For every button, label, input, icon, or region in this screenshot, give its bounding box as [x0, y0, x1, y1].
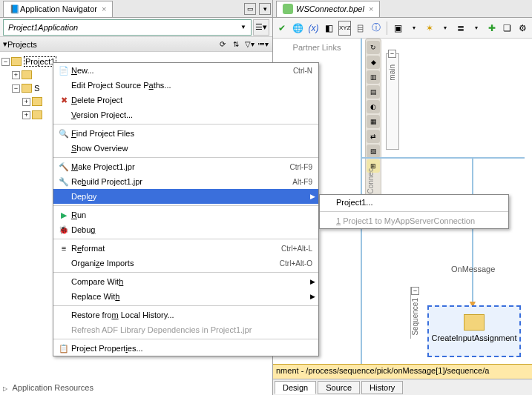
projects-header[interactable]: ▾ Projects ⟳ ⇅ ▽▾ ≔▾ — [0, 37, 272, 52]
tab-source[interactable]: Source — [318, 381, 360, 394]
folder-icon — [32, 110, 42, 119]
filter-icon[interactable]: ▽▾ — [243, 39, 255, 50]
app-dropdown[interactable]: Project1Application ▼ — [3, 19, 252, 36]
star-icon[interactable]: ✶ — [423, 21, 436, 36]
close-icon[interactable]: × — [369, 4, 373, 13]
variable-icon[interactable]: (x) — [307, 21, 320, 36]
menu-rebuild[interactable]: 🔧Rebuild Project1.jprAlt-F9 — [53, 174, 318, 189]
submenu-arrow-icon: ▶ — [310, 193, 315, 200]
menu-edit-source-paths[interactable]: Edit Project Source Paths... — [53, 78, 318, 93]
xyz-icon[interactable]: XYZ — [338, 21, 352, 36]
breadcrumb[interactable]: nment - /process/sequence/pick/onMessage… — [273, 364, 532, 379]
make-icon: 🔨 — [56, 162, 71, 172]
collapse-icon[interactable]: − — [12, 84, 20, 93]
palette-item[interactable]: ▧ — [367, 145, 380, 158]
options-icon[interactable]: ≔▾ — [257, 39, 269, 50]
minimize-icon[interactable]: ▭ — [244, 3, 256, 15]
submenu-project1[interactable]: Project1... — [320, 195, 508, 210]
gear-icon[interactable]: ⚙ — [516, 21, 529, 36]
collapse-icon[interactable]: − — [388, 50, 396, 58]
app-selector-bar: Project1Application ▼ ☰▾ — [0, 18, 272, 37]
menu-new[interactable]: 📄New...Ctrl-N — [53, 63, 318, 78]
tab-app-navigator[interactable]: 📘 Application Navigator × — [3, 1, 113, 17]
tab-design[interactable]: Design — [275, 381, 316, 394]
collapse-icon[interactable]: − — [1, 58, 10, 66]
info-icon[interactable]: ⓘ — [370, 21, 382, 36]
palette-item[interactable]: ▤ — [367, 85, 380, 99]
menu-compare-with[interactable]: Compare With▶ — [53, 274, 318, 289]
debug-icon: 🐞 — [56, 225, 71, 235]
tree-root-label: Project1 — [24, 56, 56, 67]
breadcrumb-text: nment - /process/sequence/pick/onMessage… — [276, 366, 489, 375]
palette-item[interactable]: ◐ — [367, 100, 380, 113]
project-icon — [11, 57, 22, 66]
menu-reformat[interactable]: ≡ReformatCtrl+Alt-L — [53, 241, 318, 256]
chevron-down-icon[interactable]: ▾ — [470, 21, 482, 36]
menu-make[interactable]: 🔨Make Project1.jprCtrl-F9 — [53, 159, 318, 174]
projects-label: Projects — [7, 40, 216, 49]
chevron-down-icon[interactable]: ▾ — [439, 21, 451, 36]
tab-wsconnector[interactable]: WSConnector.bpel × — [276, 1, 380, 17]
app-dropdown-value: Project1Application — [8, 23, 78, 32]
menu-replace-with[interactable]: Replace With▶ — [53, 289, 318, 304]
menu-find-project-files[interactable]: 🔍Find Project Files — [53, 126, 318, 141]
flow-line — [362, 157, 525, 159]
menu-version-project[interactable]: Version Project... — [53, 107, 318, 122]
reformat-icon: ≡ — [56, 244, 71, 253]
refresh-icon[interactable]: ⟳ — [217, 39, 229, 50]
menu-deploy[interactable]: Deploy▶ — [53, 189, 318, 204]
collapse-icon[interactable]: − — [411, 287, 419, 295]
menu-show-overview[interactable]: Show Overview — [53, 141, 318, 156]
doc-icon[interactable]: ≣ — [454, 21, 467, 36]
sequence-label: Sequence1 — [411, 298, 419, 336]
tree-icon[interactable]: ⇅ — [230, 39, 242, 50]
left-tab-row: 📘 Application Navigator × ▭ ▾ — [0, 0, 272, 18]
palette-item[interactable]: ◆ — [367, 56, 380, 69]
expand-icon[interactable]: + — [12, 71, 20, 79]
menu-restore-history[interactable]: Restore from Local History... — [53, 308, 318, 322]
close-icon[interactable]: × — [102, 4, 106, 13]
folder-icon — [32, 97, 42, 106]
menu-organize-imports[interactable]: Organize ImportsCtrl+Alt-O — [53, 256, 318, 270]
palette-item[interactable]: ▥ — [367, 70, 380, 84]
globe-icon[interactable]: 🌐 — [292, 21, 304, 36]
submenu-arrow-icon: ▶ — [310, 293, 315, 300]
tab-history[interactable]: History — [361, 381, 403, 394]
dropdown-icon[interactable]: ▾ — [259, 3, 271, 15]
search-icon: 🔍 — [56, 129, 71, 139]
menu-debug[interactable]: 🐞Debug — [53, 222, 318, 237]
menu-run[interactable]: ▶Run — [53, 208, 318, 222]
sequence-strip[interactable]: − Sequence1 — [410, 287, 421, 339]
flow-line — [472, 157, 473, 320]
layout-icon[interactable]: ▣ — [392, 21, 404, 36]
assign-activity[interactable]: CreateInputAssignment — [427, 305, 521, 357]
onmessage-label: OnMessage — [451, 265, 495, 273]
expand-icon[interactable]: + — [22, 98, 30, 106]
app-menu-button[interactable]: ☰▾ — [253, 19, 269, 36]
chevron-down-icon: ▼ — [240, 24, 246, 30]
validate-icon[interactable]: ✔ — [276, 21, 289, 36]
box-icon[interactable]: ◧ — [323, 21, 335, 36]
expand-icon[interactable]: + — [22, 111, 30, 119]
project-context-menu: 📄New...Ctrl-N Edit Project Source Paths.… — [53, 62, 319, 356]
chevron-down-icon[interactable]: ▾ — [407, 21, 420, 36]
folder-icon — [22, 70, 32, 79]
menu-project-properties[interactable]: 📋Project Properties... — [53, 341, 318, 356]
palette-item[interactable]: ⇄ — [367, 130, 380, 143]
main-label: main — [388, 64, 396, 81]
tab-label: Application Navigator — [20, 4, 97, 13]
menu-delete-project[interactable]: ✖Delete Project — [53, 93, 318, 107]
palette-item[interactable]: ↻ — [367, 41, 380, 54]
editor-tab-label: WSConnector.bpel — [296, 4, 364, 13]
expand-icon: ▷ — [3, 385, 7, 392]
rebuild-icon: 🔧 — [56, 177, 71, 187]
add-icon[interactable]: ✚ — [485, 21, 498, 36]
properties-icon: 📋 — [56, 344, 71, 353]
app-resources-section[interactable]: ▷ Application Resources — [3, 383, 93, 392]
layers-icon[interactable]: ❏ — [501, 21, 513, 36]
delete-icon: ✖ — [56, 96, 71, 105]
palette-item[interactable]: ▦ — [367, 115, 380, 128]
db-icon[interactable]: ⌸ — [354, 21, 367, 36]
main-sequence[interactable]: − main — [386, 53, 399, 150]
app-resources-label: Application Resources — [12, 383, 93, 392]
